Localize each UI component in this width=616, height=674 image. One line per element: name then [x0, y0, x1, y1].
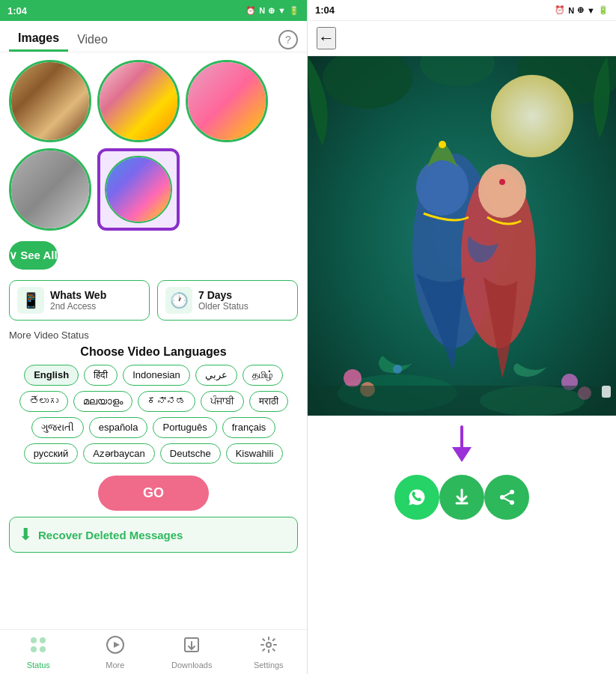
lang-tag-0[interactable]: English — [24, 365, 79, 386]
whats-web-title: Whats Web — [50, 289, 106, 301]
svg-point-1 — [40, 637, 46, 643]
right-status-bar: 1:04 ⏰ N ⊕ ▼ 🔋 — [308, 0, 616, 21]
back-button[interactable]: ← — [317, 27, 336, 49]
purple-arrow-svg — [443, 423, 481, 464]
main-image — [308, 56, 616, 416]
right-header: ← — [308, 21, 616, 56]
image-thumbnail-3 — [188, 62, 266, 140]
whats-web-text: Whats Web 2nd Access — [50, 289, 106, 312]
lang-tag-6[interactable]: മലയാളം — [73, 391, 132, 412]
lang-tag-14[interactable]: русский — [24, 443, 79, 464]
nav-item-settings[interactable]: Settings — [231, 630, 308, 674]
right-status-icons: ⏰ N ⊕ ▼ 🔋 — [555, 5, 609, 15]
nav-icon-status — [29, 636, 47, 658]
see-all-button[interactable]: ∨ See All — [9, 241, 58, 270]
nav-icon-downloads — [183, 636, 201, 658]
svg-point-19 — [478, 164, 526, 218]
image-thumbnail-4 — [11, 151, 89, 228]
bottom-nav: Status More Downloads Settings — [0, 629, 307, 674]
left-status-bar: 1:04 ⏰ N ⊕ ▼ 🔋 — [0, 0, 307, 21]
seven-days-subtitle: Older Status — [198, 301, 248, 312]
image-item-1[interactable] — [9, 60, 91, 142]
whatsapp-button[interactable] — [394, 475, 439, 520]
lang-tag-1[interactable]: हिंदी — [84, 365, 118, 386]
choose-language-label: Choose Video Languages — [0, 342, 307, 365]
svg-marker-29 — [452, 447, 472, 462]
nav-icon-settings — [260, 636, 278, 658]
image-thumbnail-5 — [105, 156, 172, 223]
lang-tag-4[interactable]: தமிழ் — [243, 365, 283, 386]
lang-tag-10[interactable]: ગુજરાતી — [31, 417, 84, 438]
svg-point-0 — [31, 637, 37, 643]
image-grid — [0, 52, 307, 238]
more-video-label: More Video Status — [0, 325, 307, 342]
tab-images[interactable]: Images — [9, 27, 68, 52]
download-icon — [449, 485, 475, 510]
nav-label-more: More — [106, 661, 124, 670]
svg-point-2 — [31, 646, 37, 652]
seven-days-card[interactable]: 🕐 7 Days Older Status — [157, 280, 298, 321]
left-panel: 1:04 ⏰ N ⊕ ▼ 🔋 Images Video ? — [0, 0, 308, 674]
lang-tag-8[interactable]: ਪੰਜਾਬੀ — [201, 391, 244, 412]
svg-marker-5 — [114, 642, 120, 648]
share-button[interactable] — [484, 475, 529, 520]
left-content: ∨ See All 📱 Whats Web 2nd Access 🕐 7 Day… — [0, 52, 307, 629]
seven-days-icon: 🕐 — [165, 287, 192, 314]
image-thumbnail-2 — [100, 62, 177, 140]
svg-point-21 — [344, 369, 362, 387]
seven-days-title: 7 Days — [198, 289, 248, 301]
svg-point-12 — [491, 75, 573, 157]
nav-item-status[interactable]: Status — [0, 630, 77, 674]
svg-point-7 — [266, 643, 271, 647]
whats-web-subtitle: 2nd Access — [50, 301, 106, 312]
lang-tag-13[interactable]: français — [222, 417, 276, 438]
recover-text: Recover Deleted Messages — [38, 529, 183, 541]
whats-web-card[interactable]: 📱 Whats Web 2nd Access — [9, 280, 150, 321]
lang-tag-11[interactable]: española — [89, 417, 148, 438]
help-button[interactable]: ? — [278, 30, 298, 49]
svg-point-18 — [439, 141, 446, 148]
go-button[interactable]: GO — [98, 476, 209, 511]
image-item-2[interactable] — [97, 60, 180, 142]
tabs-bar: Images Video ? — [0, 21, 307, 52]
nav-label-downloads: Downloads — [171, 661, 212, 670]
svg-point-20 — [499, 179, 505, 185]
svg-point-17 — [416, 159, 469, 216]
recover-banner[interactable]: ⬇ Recover Deleted Messages — [9, 517, 298, 553]
lang-tag-3[interactable]: عربي — [195, 365, 237, 386]
tab-video[interactable]: Video — [68, 28, 117, 51]
nav-icon-more — [106, 636, 124, 658]
lang-tag-7[interactable]: ಕನ್ನಡ — [138, 391, 195, 412]
lang-tag-5[interactable]: తెలుగు — [19, 391, 68, 412]
lang-tag-12[interactable]: Português — [153, 417, 216, 438]
painting-svg — [308, 56, 616, 416]
download-button[interactable] — [439, 475, 484, 520]
lang-tag-17[interactable]: Kiswahili — [226, 443, 284, 464]
right-time: 1:04 — [315, 4, 335, 16]
main-image-area — [308, 56, 616, 674]
quick-cards: 📱 Whats Web 2nd Access 🕐 7 Days Older St… — [0, 273, 307, 325]
svg-point-33 — [495, 485, 519, 509]
action-buttons — [379, 467, 544, 535]
image-item-3[interactable] — [186, 60, 268, 142]
image-item-5-selected[interactable] — [97, 148, 180, 231]
svg-rect-27 — [602, 386, 611, 398]
right-panel: 1:04 ⏰ N ⊕ ▼ 🔋 ← — [308, 0, 616, 674]
nav-item-downloads[interactable]: Downloads — [153, 630, 231, 674]
lang-tag-16[interactable]: Deutsche — [160, 443, 221, 464]
svg-point-3 — [40, 646, 46, 652]
share-icon — [494, 485, 519, 510]
image-inner-5 — [106, 157, 171, 222]
lang-tag-9[interactable]: मराठी — [249, 391, 288, 412]
image-item-4[interactable] — [9, 148, 91, 231]
nav-label-status: Status — [27, 661, 50, 670]
lang-tag-2[interactable]: Indonesian — [123, 365, 190, 386]
nav-label-settings: Settings — [254, 661, 284, 670]
nav-item-more[interactable]: More — [77, 630, 154, 674]
recover-icon: ⬇ — [19, 525, 32, 544]
arrow-container — [443, 416, 481, 467]
left-time: 1:04 — [7, 5, 27, 16]
lang-tag-15[interactable]: Azərbaycan — [83, 443, 154, 464]
whatsapp-icon — [405, 485, 429, 509]
image-thumbnail-1 — [11, 62, 89, 140]
